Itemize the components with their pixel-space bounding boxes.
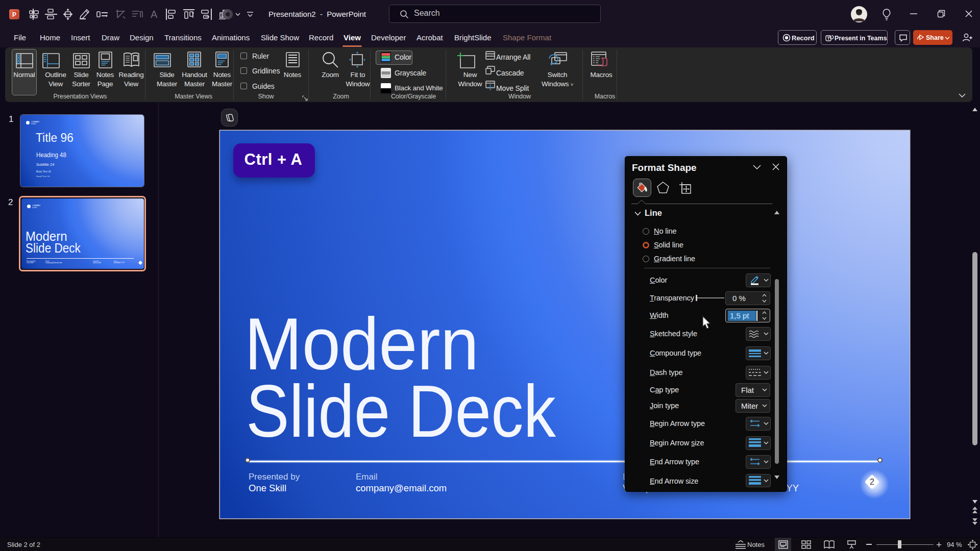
svg-text:T: T [827, 36, 830, 41]
svg-text:A: A [151, 9, 158, 20]
svg-text:P: P [12, 11, 16, 18]
